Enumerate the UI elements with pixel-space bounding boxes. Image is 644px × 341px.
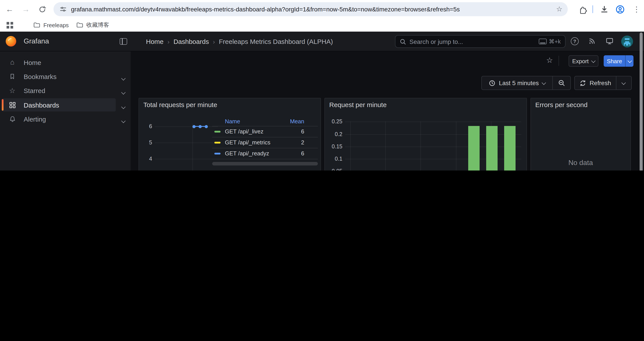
back-icon[interactable]: ← — [4, 3, 16, 15]
legend-series-pill — [214, 142, 220, 144]
news-rss-icon[interactable] — [588, 37, 596, 45]
panel-errors-per-second: Errors per second No data — [530, 98, 631, 171]
legend-row: GET /api/_readyz6 — [212, 148, 318, 159]
gridline — [350, 122, 351, 171]
no-data-text: No data — [531, 159, 630, 167]
y-axis-tick: 0.25 — [326, 119, 342, 125]
refresh-button[interactable]: Refresh — [575, 76, 616, 90]
legend-row: GET /api/_livez6 — [212, 126, 318, 137]
address-bar[interactable]: grafana.mathmast.com/d/deytv4rwavabkb/fr… — [54, 2, 568, 16]
browser-toolbar: ← → grafana.mathmast.com/d/deytv4rwavabk… — [0, 0, 644, 32]
toolbar-separator — [558, 56, 559, 66]
legend-series-name[interactable]: GET /api/_readyz — [225, 150, 269, 157]
gridline — [456, 122, 456, 171]
sidebar-item-dashboards[interactable]: Dashboards — [2, 98, 116, 112]
legend-col-name[interactable]: Name — [225, 118, 240, 125]
breadcrumb-home[interactable]: Home — [146, 38, 164, 45]
export-button[interactable]: Export — [568, 55, 598, 67]
breadcrumb: Home › Dashboards › Freeleaps Metrics Da… — [146, 32, 333, 51]
bookmark-star-icon[interactable]: ☆ — [556, 5, 562, 13]
screen: ← → grafana.mathmast.com/d/deytv4rwavabk… — [0, 0, 644, 171]
kiosk-monitor-icon[interactable] — [606, 37, 614, 45]
dashboard-canvas: ☆ Export Share Last 5 minutes — [131, 51, 644, 171]
zoom-out-icon — [558, 80, 565, 87]
bar-2xx — [468, 126, 480, 171]
legend-mean-value: 6 — [301, 128, 304, 135]
forward-icon[interactable]: → — [20, 3, 32, 15]
legend-mean-value: 6 — [301, 150, 304, 157]
legend-table: NameMeanGET /api/_livez6GET /api/_metric… — [212, 117, 318, 165]
clock-icon — [489, 80, 496, 86]
share-button-group: Share — [604, 55, 634, 67]
legend-series-pill — [214, 153, 220, 154]
favorite-star-icon[interactable]: ☆ — [546, 56, 553, 65]
legend-col-mean[interactable]: Mean — [290, 118, 304, 125]
search-placeholder: Search or jump to... — [410, 38, 463, 45]
legend-series-name[interactable]: GET /api/_livez — [225, 128, 264, 135]
sidebar-item-home[interactable]: ⌂ Home — [2, 56, 116, 69]
gridline — [192, 124, 193, 171]
legend-series-name[interactable]: GET /api/_metrics — [225, 139, 270, 146]
bar-2xx — [486, 126, 498, 171]
y-axis-tick: 0.1 — [326, 156, 342, 162]
y-axis-tick: 0.2 — [326, 131, 342, 137]
profile-icon[interactable] — [614, 3, 626, 15]
bell-icon — [8, 115, 17, 122]
grafana-logo-icon[interactable] — [6, 36, 16, 47]
help-icon[interactable]: ? — [571, 37, 579, 45]
sidebar-item-bookmarks[interactable]: Bookmarks — [2, 70, 116, 83]
bookmark-icon — [8, 73, 17, 80]
chevron-down-icon[interactable] — [122, 103, 125, 111]
breadcrumb-separator: › — [213, 38, 215, 45]
sidebar-collapse-icon[interactable] — [120, 38, 127, 45]
share-button[interactable]: Share — [604, 55, 625, 67]
panel-title[interactable]: Errors per second — [535, 101, 588, 108]
time-range-group: Last 5 minutes — [481, 76, 571, 90]
download-icon[interactable] — [598, 3, 610, 15]
bookmark-label: Freeleaps — [44, 22, 69, 28]
sidebar-nav: ⌂ Home Bookmarks ☆ Starred — [0, 51, 131, 171]
refresh-interval-dropdown[interactable] — [616, 76, 631, 90]
bookmark-folder-freeleaps[interactable]: Freeleaps — [30, 20, 72, 30]
chevron-down-icon[interactable] — [122, 117, 125, 125]
breadcrumb-current: Freeleaps Metrics Dashboard (ALPHA) — [219, 38, 333, 45]
menu-dots-icon[interactable]: ⋮ — [630, 3, 643, 15]
chevron-down-icon[interactable] — [122, 89, 125, 97]
chevron-down-icon[interactable] — [122, 75, 125, 83]
bookmark-folder-blogs[interactable]: 收藏博客 — [73, 20, 113, 30]
apps-grid-icon[interactable] — [6, 22, 9, 25]
search-input[interactable]: Search or jump to... ⌘+k — [395, 35, 566, 48]
panel-request-per-minute: Request per minute 0.250.20.150.10.05017… — [324, 98, 527, 171]
y-axis-tick: 0.05 — [326, 168, 342, 171]
legend-series-pill — [214, 131, 220, 133]
request-per-minute-chart: 0.250.20.150.10.05017:37:0017:38:0017:39… — [325, 98, 526, 171]
total-requests-chart: 6543217:40NameMeanGET /api/_livez6GET /a… — [139, 98, 320, 171]
site-settings-icon[interactable] — [60, 6, 67, 13]
share-dropdown-button[interactable] — [625, 55, 634, 67]
bar-2xx — [504, 126, 516, 171]
bookmark-label: 收藏博客 — [86, 21, 109, 29]
star-icon: ☆ — [8, 86, 17, 95]
apps-grid-icon — [8, 102, 17, 108]
data-point — [198, 125, 202, 128]
zoom-out-button[interactable] — [553, 76, 570, 90]
breadcrumb-dashboards[interactable]: Dashboards — [174, 38, 209, 45]
legend-scrollbar[interactable] — [212, 162, 318, 165]
gridline — [155, 159, 218, 159]
time-range-picker[interactable]: Last 5 minutes — [482, 76, 552, 90]
grafana-navbar: Grafana Home › Dashboards › Freeleaps Me… — [0, 32, 644, 51]
brand-title: Grafana — [24, 37, 49, 45]
sidebar-item-alerting[interactable]: Alerting — [2, 112, 116, 126]
home-icon: ⌂ — [8, 58, 17, 66]
page-scrollbar[interactable] — [640, 33, 643, 171]
user-avatar[interactable] — [621, 36, 633, 47]
sidebar-item-starred[interactable]: ☆ Starred — [2, 84, 116, 97]
panel-total-requests-per-minute: Total requests per minute 6543217:40Name… — [138, 98, 321, 171]
y-axis-tick: 4 — [142, 156, 152, 162]
y-axis-tick: 0.15 — [326, 144, 342, 150]
gridline — [385, 122, 386, 171]
gridline — [345, 122, 521, 122]
reload-icon[interactable] — [36, 3, 48, 15]
legend-row: GET /api/_metrics2 — [212, 137, 318, 148]
extensions-icon[interactable] — [577, 4, 589, 16]
